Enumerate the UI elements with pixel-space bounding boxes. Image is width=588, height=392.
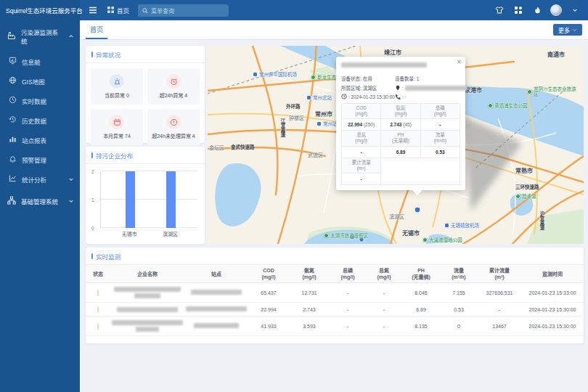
breadcrumb-home[interactable]: 首页	[107, 6, 129, 15]
theme-skin-icon[interactable]	[494, 4, 505, 16]
train-station-marker-icon	[306, 95, 311, 100]
sidebar-group-label: 基础管理系统	[21, 197, 58, 205]
status-online-icon	[97, 306, 99, 313]
redacted-station-name	[186, 306, 247, 311]
menu-collapse-icon[interactable]	[87, 4, 99, 16]
device-status-label: 设备状态:	[341, 75, 362, 82]
airport-marker-icon	[444, 223, 449, 228]
sitemap-icon	[7, 196, 16, 206]
distribution-bar	[166, 171, 176, 228]
phone-icon	[395, 94, 401, 99]
popup-metrics-table: COD(mg/l) 氨氮(mg/l) 总磷(mg/l) 22.994 (250)…	[341, 103, 460, 185]
sidebar-item-label: 实时数据	[22, 97, 46, 105]
distribution-bar	[126, 171, 135, 228]
user-menu-chevron-down-icon[interactable]	[569, 4, 581, 16]
location-pin-icon	[395, 85, 401, 91]
stat-month-alerts[interactable]: 本月异常 74	[91, 109, 143, 145]
stat-value: 74	[125, 134, 131, 139]
distribution-xlabel: 无锡市	[122, 230, 137, 237]
history-icon	[9, 115, 17, 125]
sidebar-item-info-cabin[interactable]: 信息舱	[0, 52, 80, 71]
bell-icon	[9, 155, 17, 164]
region-label: 所属区域:	[341, 84, 362, 91]
enterprise-distribution-panel: 排污企业分布 012 无锡市滨湖区	[86, 147, 205, 244]
sidebar-item-label: 统计分析	[22, 175, 46, 184]
table-row[interactable]: 65.43712.731 -- 8.0457.155 327636.531202…	[86, 283, 584, 303]
factory-icon	[7, 31, 16, 41]
status-online-icon	[97, 290, 99, 296]
calendar-icon	[110, 115, 124, 129]
tab-home[interactable]: 首页	[86, 20, 107, 39]
chevron-down-icon	[68, 198, 74, 204]
device-status-value: 在用	[363, 75, 372, 82]
sidebar-item-alert-management[interactable]: 预警管理	[0, 150, 80, 169]
globe-icon	[9, 76, 17, 86]
map-district-label: 滨湖区	[389, 213, 404, 220]
sidebar-group-pollution-monitoring[interactable]: 污染源监测系统	[0, 20, 80, 52]
user-avatar[interactable]	[550, 4, 562, 16]
clock-icon	[341, 94, 347, 99]
app-window: Squirrel生态环境云服务平台 首页 菜单查询	[0, 0, 588, 392]
lake-marker-icon	[515, 194, 520, 199]
map-road-label: 金武快速路	[231, 143, 255, 150]
tabbar: 首页 更多	[80, 20, 588, 40]
main-content: 异常状况 当前异常 0 超24h异常 4	[80, 40, 588, 392]
redacted-company-name	[112, 307, 183, 312]
bar-chart-icon	[9, 135, 17, 144]
stat-value: 0	[126, 93, 129, 98]
table-row[interactable]: 22.9942.743 -- 6.890.53 -2024-01-23 15:3…	[86, 303, 584, 317]
map-city-label: 南通市	[547, 50, 565, 58]
region-value: 滨湖区	[363, 84, 377, 91]
table-header-row: 状态 企业名称 站点 COD(mg/l) 氨氮(mg/l) 总磷(mg/l) 总…	[86, 265, 584, 283]
alerts-panel: 异常状况 当前异常 0 超24h异常 4	[86, 46, 205, 143]
sidebar-item-statistics[interactable]: 统计分析	[0, 169, 80, 189]
park-marker-icon	[422, 237, 428, 242]
distribution-plot: 012	[100, 171, 197, 228]
chevron-down-icon	[68, 176, 74, 182]
sidebar-item-realtime-data[interactable]: 实时数据	[0, 91, 80, 110]
stat-label: 本月异常	[103, 134, 123, 139]
stat-over-24h-unhandled-alerts[interactable]: 超24h未处理异常 4	[147, 109, 200, 145]
device-count-label: 设备数量:	[395, 75, 415, 82]
map-road-label: 外环路	[286, 102, 301, 110]
map-poi-label: 昆承湖	[515, 192, 536, 200]
apps-layout-icon[interactable]	[513, 4, 524, 16]
sidebar-item-history-data[interactable]: 历史数据	[0, 110, 80, 130]
search-icon	[142, 4, 148, 17]
line-chart-icon	[9, 174, 17, 184]
table-row[interactable]: 41.9333.593 -- 8.1350 134672024-01-23 15…	[86, 317, 584, 336]
train-station-marker-icon	[317, 121, 322, 126]
gis-map[interactable]: 靖江市 南通市 常州市 常熟市 无锡市 张家港市 钟楼区 武进区 金坛区 滨湖区…	[208, 46, 584, 244]
map-city-label: 常州市	[315, 110, 332, 118]
alarm-clock-icon	[166, 74, 181, 89]
realtime-monitor-title: 实时监测	[86, 248, 584, 265]
sidebar-item-gis-map[interactable]: GIS地图	[0, 71, 80, 91]
distribution-xlabels: 无锡市滨湖区	[100, 230, 197, 239]
realtime-monitor-table: 状态 企业名称 站点 COD(mg/l) 氨氮(mg/l) 总磷(mg/l) 总…	[86, 265, 584, 336]
map-road-label: 沪宜高速	[538, 211, 545, 230]
search-placeholder: 菜单查询	[151, 7, 174, 15]
redacted-company-name	[112, 287, 183, 298]
sidebar-item-label: 历史数据	[22, 116, 46, 125]
map-poi-label: 太湖湾旅游度假区	[324, 232, 368, 239]
sidebar: 污染源监测系统 信息舱 GIS地图 实时数据 历史数据	[0, 20, 80, 392]
menu-search-input[interactable]: 菜单查询	[138, 4, 229, 17]
flame-icon[interactable]	[531, 4, 543, 16]
more-button-label: 更多	[558, 26, 570, 34]
map-poi-label: 常州北站	[306, 94, 332, 101]
topbar: Squirrel生态环境云服务平台 首页 菜单查询	[0, 0, 588, 20]
stat-over-24h-alerts[interactable]: 超24h异常 4	[147, 68, 200, 105]
map-poi-label: 常阴沙生态农业旅游区	[527, 86, 579, 97]
breadcrumb-home-label: 首页	[117, 6, 129, 15]
stat-current-alerts[interactable]: 当前异常 0	[91, 68, 143, 105]
sidebar-item-label: GIS地图	[22, 77, 45, 86]
app-logo: Squirrel生态环境云服务平台	[0, 0, 80, 20]
station-info-popup: × 设备状态:在用 设备数量:1 所属区域:滨湖区 : : 2024-01-23…	[336, 57, 465, 190]
sidebar-group-basic-management[interactable]: 基础管理系统	[0, 189, 80, 213]
warning-circle-icon	[166, 115, 181, 129]
more-button[interactable]: 更多	[553, 24, 582, 36]
sidebar-item-station-report[interactable]: 站点报表	[0, 130, 80, 150]
close-icon[interactable]: ×	[457, 58, 461, 66]
chevron-down-icon	[572, 28, 577, 33]
map-poi-label: 无锡硕放机场	[444, 221, 479, 229]
